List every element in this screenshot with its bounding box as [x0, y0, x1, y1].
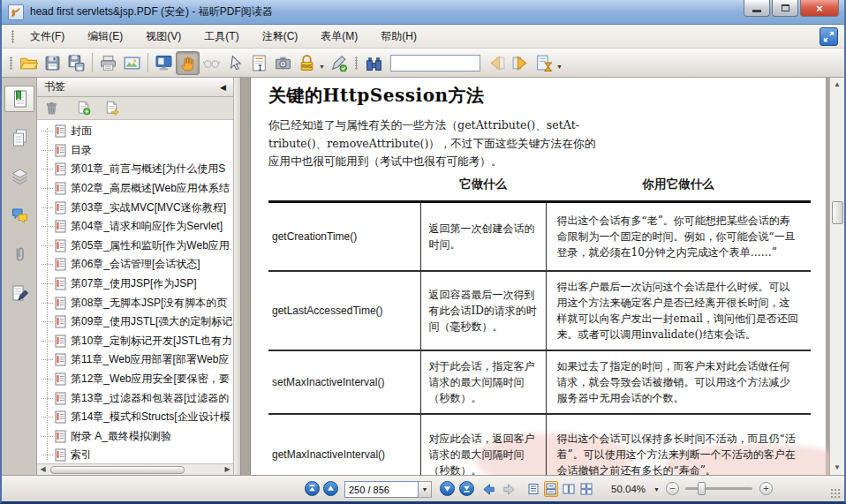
bookmark-item[interactable]: 第07章_使用JSP[作为JSP]: [37, 275, 233, 294]
zoom-slider-track[interactable]: [685, 487, 752, 490]
tab-bookmarks[interactable]: [4, 86, 34, 112]
menu-view[interactable]: 视图(V): [134, 25, 193, 49]
save-button[interactable]: [41, 51, 64, 75]
document-vertical-scrollbar[interactable]: ▲ ▼: [829, 78, 844, 475]
bookmark-item[interactable]: 第10章_定制标记开发[JSTL也有力: [37, 332, 233, 351]
bookmark-item[interactable]: 第03章_实战MVC[MVC迷你教程]: [37, 198, 233, 217]
menu-comments[interactable]: 注释(C): [251, 25, 310, 49]
add-bookmark-button[interactable]: [72, 99, 94, 118]
tab-attachments[interactable]: [4, 241, 34, 267]
scroll-right-arrow[interactable]: ▶: [222, 464, 233, 475]
menu-forms[interactable]: 表单(M): [309, 25, 369, 49]
bookmark-item[interactable]: 附录 A_最终模拟测验: [37, 427, 233, 447]
reading-mode-button[interactable]: [152, 51, 176, 75]
search-input[interactable]: [390, 55, 480, 71]
snapshot-button[interactable]: [271, 51, 295, 75]
email-button[interactable]: [120, 51, 144, 75]
previous-page-button[interactable]: [323, 481, 338, 496]
close-button[interactable]: ×: [800, 0, 839, 17]
menu-edit[interactable]: 编辑(E): [76, 25, 134, 49]
tree-connector: [42, 264, 53, 265]
scroll-up-arrow[interactable]: ▲: [830, 78, 844, 92]
rms-protect-button[interactable]: RMS: [295, 51, 319, 75]
tab-pages[interactable]: [4, 124, 34, 151]
signature-button[interactable]: [327, 51, 351, 75]
document-area[interactable]: 关键的HttpSession方法 你已经知道了与属性有关的一些方法（getAtt…: [241, 78, 829, 475]
save-all-button[interactable]: [64, 51, 88, 75]
bookmark-item[interactable]: 第09章_使用JSTL[强大的定制标记: [37, 312, 233, 332]
delete-bookmark-button[interactable]: [41, 99, 62, 118]
zoom-dropdown-caret[interactable]: ▼: [653, 486, 660, 493]
method-why: 如果过去了指定的时间，而客户未对此会话做任何请求，就会导致会话被撤销。可以用这个…: [546, 350, 811, 414]
last-page-button[interactable]: [459, 481, 474, 496]
first-page-button[interactable]: [305, 481, 320, 496]
toolbar-grip[interactable]: [355, 56, 358, 70]
pdf-page[interactable]: 关键的HttpSession方法 你已经知道了与属性有关的一些方法（getAtt…: [250, 78, 826, 475]
scrollbar-thumb[interactable]: [50, 466, 185, 474]
previous-view-nav-button[interactable]: [481, 482, 496, 500]
bookmarks-horizontal-scrollbar[interactable]: ◀ ▶: [37, 463, 233, 475]
layout-continuous-facing-button[interactable]: [579, 481, 593, 497]
zoom-slider-thumb[interactable]: [698, 482, 706, 495]
bookmark-item[interactable]: 目录: [37, 141, 233, 161]
bookmark-item[interactable]: 第12章_Web应用安全[要保密，要: [37, 370, 233, 389]
fullscreen-button[interactable]: [820, 27, 838, 46]
bookmark-item[interactable]: 第13章_过滤器和包装器[过滤器的: [37, 388, 233, 408]
tab-layers[interactable]: [4, 163, 34, 190]
tab-comments[interactable]: [4, 202, 34, 229]
search-button[interactable]: [362, 51, 386, 75]
bookmark-item[interactable]: 第05章_属性和监听[作为Web应用: [37, 237, 233, 256]
bookmark-item[interactable]: 第06章_会话管理[会话状态]: [37, 255, 233, 275]
panel-collapse-icon[interactable]: ◀: [220, 83, 226, 92]
rms-dropdown-caret[interactable]: ▼: [319, 64, 325, 70]
bookmark-item[interactable]: 第11章_Web应用部署[部署Web应: [37, 350, 233, 370]
select-text-button[interactable]: [247, 51, 271, 75]
autoscroll-button[interactable]: [533, 51, 556, 75]
bookmark-item[interactable]: 第08章_无脚本JSP[没有脚本的页: [37, 293, 233, 312]
autoscroll-dropdown-caret[interactable]: ▼: [556, 64, 563, 70]
scroll-down-arrow[interactable]: ▼: [830, 461, 844, 475]
toolbar-grip[interactable]: [10, 56, 12, 70]
menu-file[interactable]: 文件(F): [19, 25, 76, 49]
menu-tools[interactable]: 工具(T): [193, 25, 250, 49]
tab-signatures[interactable]: [4, 280, 34, 306]
export-bookmark-button[interactable]: [101, 99, 122, 118]
next-page-button[interactable]: [440, 481, 455, 496]
print-button[interactable]: [96, 51, 120, 75]
scrollbar-thumb[interactable]: [832, 201, 843, 224]
toolbar-grip[interactable]: [11, 30, 14, 43]
layout-continuous-button[interactable]: [544, 481, 558, 497]
bookmark-page-icon: [55, 258, 66, 271]
next-view-nav-button[interactable]: [502, 482, 517, 500]
open-button[interactable]: [17, 51, 41, 75]
next-view-button[interactable]: [509, 51, 533, 75]
bookmarks-icon: [11, 89, 29, 109]
title-bar: head first servlets&jsp.PDF (安全) - 福昕PDF…: [2, 0, 844, 25]
select-annotation-button[interactable]: [223, 51, 247, 75]
zoom-in-button[interactable]: +: [759, 482, 773, 495]
page-number-input[interactable]: [344, 481, 419, 498]
menu-help[interactable]: 帮助(H): [369, 25, 428, 49]
layout-facing-button[interactable]: [562, 481, 576, 497]
bookmark-item[interactable]: 第02章_高层概述[Web应用体系结: [37, 179, 233, 199]
zoom-out-button[interactable]: −: [666, 482, 679, 495]
tree-connector: [42, 226, 53, 227]
bookmark-item[interactable]: 索引: [37, 446, 233, 463]
bookmark-item[interactable]: 第01章_前言与概述[为什么使用S: [37, 160, 233, 179]
bookmark-page-icon: [55, 297, 66, 310]
hand-tool-button[interactable]: [176, 51, 200, 75]
bookmark-item[interactable]: 第14章_模式和Structs[企业设计模: [37, 408, 233, 427]
comments-icon: [11, 206, 29, 225]
bookmark-item[interactable]: 封面: [37, 122, 233, 141]
minimize-button[interactable]: [744, 0, 770, 17]
bookmark-item[interactable]: 第04章_请求和响应[作为Servlet]: [37, 217, 233, 237]
page-dropdown-caret[interactable]: ▼: [419, 481, 432, 498]
scroll-left-arrow[interactable]: ◀: [37, 464, 49, 475]
magnifier-button[interactable]: [200, 51, 223, 75]
previous-view-button[interactable]: [485, 51, 509, 75]
minimize-icon: [752, 10, 761, 12]
restore-button[interactable]: [772, 0, 798, 17]
panel-splitter[interactable]: [233, 78, 241, 475]
resize-grip[interactable]: [830, 488, 841, 499]
layout-single-page-button[interactable]: [526, 481, 540, 497]
